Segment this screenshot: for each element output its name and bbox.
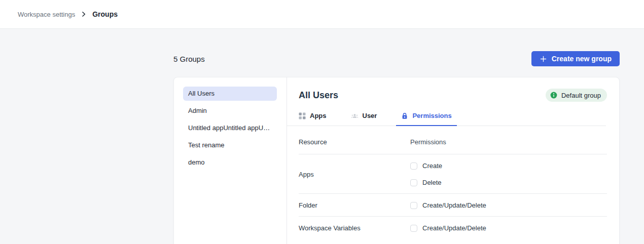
table-row: Workspace VariablesCreate/Update/Delete (299, 217, 607, 239)
group-detail-panel: All Users Default group AppsUserPermissi… (287, 77, 619, 244)
table-row: FolderCreate/Update/Delete (299, 194, 607, 217)
list-item[interactable]: All Users (183, 87, 277, 101)
group-detail-header: All Users Default group (299, 89, 607, 102)
resource-label: Workspace Variables (299, 224, 410, 232)
column-header-resource: Resource (299, 138, 410, 146)
breadcrumb-workspace-settings[interactable]: Workspace settings (18, 11, 75, 18)
list-item[interactable]: Admin (183, 104, 277, 118)
permissions-cell: Create/Update/Delete (410, 201, 607, 209)
permissions-cell: CreateDelete (410, 162, 607, 186)
table-row: AppsCreateDelete (299, 154, 607, 194)
group-list: All UsersAdminUntitled appUntitled appUn… (174, 77, 287, 244)
tab-label: User (363, 112, 377, 119)
list-item[interactable]: demo (183, 155, 277, 170)
permission-label: Create/Update/Delete (422, 201, 486, 209)
breadcrumb-current-groups: Groups (92, 10, 118, 18)
create-new-group-label: Create new group (552, 55, 612, 63)
list-item[interactable]: Untitled appUntitled appUntitle… (183, 121, 277, 135)
permissions-table-body: AppsCreateDeleteFolderCreate/Update/Dele… (299, 154, 607, 239)
chevron-right-icon (81, 11, 87, 17)
permission-option: Create/Update/Delete (410, 224, 607, 232)
groups-count-label: 5 Groups (173, 55, 205, 63)
grid-icon (299, 112, 306, 119)
info-icon (550, 92, 557, 99)
permission-label: Create (422, 162, 442, 170)
default-group-badge: Default group (546, 89, 607, 102)
permission-label: Create/Update/Delete (422, 224, 486, 232)
permission-checkbox[interactable] (410, 225, 417, 232)
resource-label: Folder (299, 201, 410, 209)
plus-icon (540, 55, 547, 63)
resource-label: Apps (299, 171, 410, 178)
permissions-table: Resource Permissions AppsCreateDeleteFol… (299, 126, 607, 239)
permission-label: Delete (422, 179, 442, 186)
tab-user[interactable]: User (346, 109, 382, 126)
list-item[interactable]: Test rename (183, 138, 277, 152)
tab-apps[interactable]: Apps (294, 109, 332, 126)
permission-checkbox[interactable] (410, 202, 417, 209)
users-icon (351, 112, 359, 119)
permissions-table-header: Resource Permissions (299, 126, 607, 154)
permissions-cell: Create/Update/Delete (410, 224, 607, 232)
permission-option: Create (410, 162, 607, 170)
tab-label: Permissions (412, 112, 451, 119)
main-content: 5 Groups Create new group All UsersAdmin… (0, 29, 644, 244)
create-new-group-button[interactable]: Create new group (531, 51, 620, 66)
groups-toolbar: 5 Groups Create new group (173, 51, 620, 66)
permission-option: Create/Update/Delete (410, 201, 607, 209)
permission-option: Delete (410, 179, 607, 186)
lock-icon (401, 112, 408, 119)
default-group-badge-label: Default group (561, 92, 601, 99)
column-header-permissions: Permissions (410, 138, 446, 146)
top-header-bar: Workspace settings Groups (0, 0, 644, 29)
detail-tabs: AppsUserPermissions (287, 109, 606, 126)
groups-card: All UsersAdminUntitled appUntitled appUn… (173, 77, 620, 244)
permission-checkbox[interactable] (410, 179, 417, 186)
tab-permissions[interactable]: Permissions (396, 109, 456, 126)
permission-checkbox[interactable] (410, 162, 417, 170)
tab-label: Apps (310, 112, 327, 119)
group-title: All Users (299, 90, 338, 101)
